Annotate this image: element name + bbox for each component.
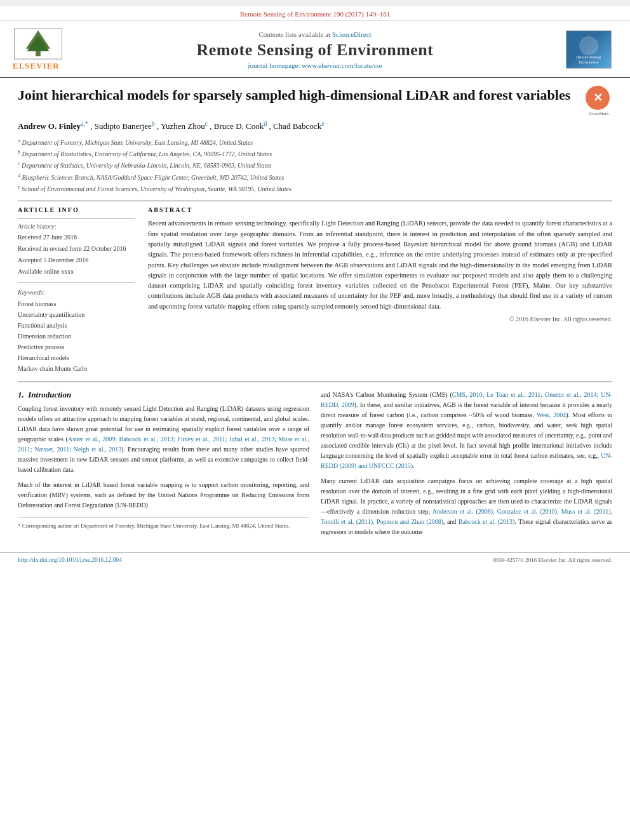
author2-sup: b — [152, 120, 155, 127]
citation-text: Remote Sensing of Environment 190 (2017)… — [240, 10, 390, 18]
affiliation-b: b Department of Biostatistics, Universit… — [18, 148, 612, 159]
author5-name: , Chad Babcock — [269, 121, 321, 131]
copyright: © 2016 Elsevier Inc. All rights reserved… — [148, 316, 612, 323]
keyword-1: Forest biomass — [18, 298, 135, 309]
main-divider — [18, 382, 612, 382]
crossmark-label: CrossMark — [586, 111, 612, 116]
affiliation-d: d Biospheric Sciences Branch, NASA/Godda… — [18, 171, 612, 183]
article-title-section: Joint hierarchical models for sparsely s… — [18, 86, 612, 112]
body-right: and NASA's Carbon Monitoring System (CMS… — [321, 390, 612, 542]
authors-line: Andrew O. Finleya,* , Sudipto Banerjeeb … — [18, 119, 612, 133]
affiliation-a: a Department of Forestry, Michigan State… — [18, 137, 612, 148]
intro-title: 1. Introduction — [18, 390, 309, 400]
keyword-3: Functional analysis — [18, 320, 135, 331]
author2-name: , Sudipto Banerjee — [90, 121, 151, 131]
intro-paragraph1: Coupling forest inventory with remotely … — [18, 404, 309, 475]
article-info-heading: ARTICLE INFO — [18, 206, 135, 213]
contents-line: Contents lists available at ScienceDirec… — [70, 30, 560, 38]
crossmark-icon: ✕ — [586, 86, 610, 110]
online-date: Available online xxxx — [18, 267, 135, 277]
article-info-col: ARTICLE INFO Article history: Received 2… — [18, 206, 135, 374]
elsevier-logo: ELSEVIER — [13, 28, 70, 71]
intro-paragraph2: Much of the interest in LiDAR based fore… — [18, 480, 309, 510]
affiliation-e: e School of Environmental and Forest Sci… — [18, 183, 612, 194]
keyword-7: Markov chain Monte Carlo — [18, 363, 135, 374]
author5-sup: e — [321, 120, 324, 127]
elsevier-label: ELSEVIER — [13, 61, 60, 71]
author1-name: Andrew O. Finley — [18, 121, 81, 131]
abstract-col: ABSTRACT Recent advancements in remote s… — [148, 206, 612, 374]
info-abstract-columns: ARTICLE INFO Article history: Received 2… — [18, 206, 612, 374]
body-columns: 1. Introduction Coupling forest inventor… — [18, 390, 612, 542]
keyword-5: Predictive process — [18, 342, 135, 352]
article-divider — [18, 201, 612, 201]
author4-sup: d — [264, 120, 267, 127]
author3-name: , Yuzhen Zhou — [157, 121, 205, 131]
journal-homepage: journal homepage: www.elsevier.com/locat… — [70, 62, 560, 69]
history-label: Article history: — [18, 223, 135, 230]
footnote: * Corresponding author at: Department of… — [18, 521, 309, 530]
footnote-divider — [18, 517, 309, 517]
keyword-2: Uncertainty quantification — [18, 309, 135, 320]
sciencedirect-link[interactable]: ScienceDirect — [332, 30, 372, 38]
footer: http://dx.doi.org/10.1016/j.rse.2016.12.… — [0, 552, 630, 567]
journal-page: Remote Sensing of Environment 190 (2017)… — [0, 6, 630, 840]
author4-name: , Bruce D. Cook — [210, 121, 264, 131]
author1-sup: a,* — [81, 120, 88, 127]
author3-sup: c — [205, 120, 208, 127]
rse-thumb-title: Remote SensingEnvironment — [576, 55, 601, 65]
right-paragraph1: and NASA's Carbon Monitoring System (CMS… — [321, 390, 612, 471]
affiliations: a Department of Forestry, Michigan State… — [18, 137, 612, 195]
article-body: Joint hierarchical models for sparsely s… — [0, 78, 630, 552]
footer-doi[interactable]: http://dx.doi.org/10.1016/j.rse.2016.12.… — [18, 557, 122, 563]
article-title: Joint hierarchical models for sparsely s… — [18, 86, 579, 105]
accepted-date: Accepted 5 December 2016 — [18, 255, 135, 265]
journal-title: Remote Sensing of Environment — [70, 41, 560, 60]
received-date: Received 27 June 2016 — [18, 232, 135, 243]
keywords-label: Keywords: — [18, 289, 135, 296]
homepage-link[interactable]: www.elsevier.com/locate/rse — [302, 62, 382, 69]
keyword-6: Hierarchical models — [18, 352, 135, 363]
rse-thumb-img: Remote SensingEnvironment — [566, 30, 612, 69]
keyword-4: Dimension reduction — [18, 331, 135, 342]
crossmark-badge: ✕ CrossMark — [586, 86, 612, 112]
abstract-text: Recent advancements in remote sensing te… — [148, 218, 612, 311]
revised-date: Received in revised form 22 October 2016 — [18, 244, 135, 254]
right-paragraph2: Many current LiDAR data acquisition camp… — [321, 476, 612, 537]
footer-issn: 0034-4257/© 2016 Elsevier Inc. All right… — [493, 557, 612, 563]
body-left: 1. Introduction Coupling forest inventor… — [18, 390, 309, 542]
elsevier-tree-icon — [13, 28, 64, 60]
abstract-heading: ABSTRACT — [148, 206, 612, 213]
journal-thumbnail: Remote SensingEnvironment — [560, 27, 617, 72]
journal-header: ELSEVIER Contents lists available at Sci… — [0, 21, 630, 78]
citation-bar: Remote Sensing of Environment 190 (2017)… — [0, 6, 630, 21]
affiliation-c: c Department of Statistics, University o… — [18, 159, 612, 171]
journal-header-center: Contents lists available at ScienceDirec… — [70, 30, 560, 69]
